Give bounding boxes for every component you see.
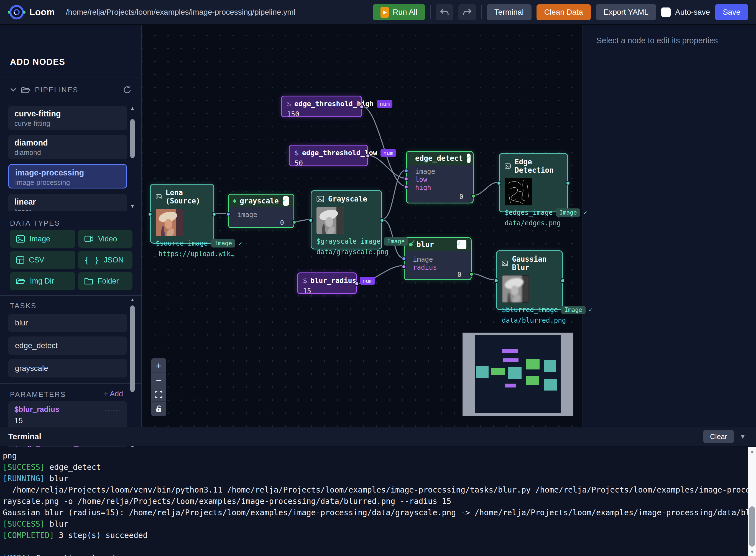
input-port[interactable] bbox=[309, 218, 313, 222]
node-task-grayscale[interactable]: grayscale✓ image 0 bbox=[228, 194, 294, 228]
minimap[interactable] bbox=[463, 333, 573, 416]
input-port-low[interactable] bbox=[404, 177, 408, 181]
terminal-line: Gaussian blur (radius=15): /home/relja/P… bbox=[3, 507, 748, 518]
app-title: Loom bbox=[29, 7, 55, 18]
image-file-path: data/grayscale.png bbox=[317, 248, 389, 256]
data-type-video[interactable]: Video bbox=[78, 230, 133, 248]
minimap-viewport bbox=[475, 335, 561, 413]
data-type-csv[interactable]: CSV bbox=[10, 251, 75, 269]
scroll-down-arrow[interactable]: ▼ bbox=[748, 549, 756, 555]
input-label-image: image bbox=[415, 168, 435, 175]
zoom-in-button[interactable]: + bbox=[151, 358, 166, 373]
output-port[interactable] bbox=[212, 212, 216, 216]
pipeline-item-curve-fitting[interactable]: curve-fitting curve-fitting bbox=[8, 106, 127, 130]
output-port[interactable] bbox=[471, 194, 476, 199]
output-port[interactable] bbox=[365, 153, 370, 158]
terminal-clear-button[interactable]: Clear bbox=[704, 430, 734, 443]
node-image-gaussian-blur[interactable]: Gaussian Blur $blurred_imageImage✓ data/… bbox=[496, 250, 563, 310]
output-port[interactable] bbox=[469, 272, 474, 277]
terminal-output[interactable]: png[SUCCESS] edge_detect[RUNNING] blur /… bbox=[0, 447, 748, 556]
pipeline-item-linear[interactable]: linear linear bbox=[8, 194, 127, 211]
data-type-img-dir[interactable]: Img Dir bbox=[10, 272, 75, 290]
pipeline-item-image-processing[interactable]: image-processing image-processing bbox=[8, 164, 127, 188]
fit-view-button[interactable] bbox=[151, 387, 166, 402]
image-node-title: Lena (Source) bbox=[166, 188, 208, 205]
input-port[interactable] bbox=[497, 181, 501, 185]
lock-button[interactable] bbox=[151, 402, 166, 416]
undo-button[interactable] bbox=[436, 4, 454, 20]
node-image-grayscale[interactable]: Grayscale $grayscale_imageImage✓ data/gr… bbox=[311, 190, 382, 249]
add-parameter-button[interactable]: + Add bbox=[104, 390, 123, 398]
node-image-lena-source[interactable]: Lena (Source) $source_imageImage✓ https:… bbox=[150, 184, 214, 244]
scrollbar-thumb[interactable] bbox=[749, 507, 755, 547]
node-param-edge-threshold-high[interactable]: $edge_threshold_highnum 150 bbox=[281, 96, 362, 117]
node-param-blur-radius[interactable]: $blur_radiusnum 15 bbox=[297, 273, 357, 294]
image-icon bbox=[156, 193, 161, 200]
minimap-node bbox=[544, 360, 556, 372]
scroll-down-arrow[interactable]: ▼ bbox=[130, 205, 135, 208]
image-source-url[interactable]: https://upload.wik… bbox=[158, 250, 235, 258]
data-type-folder[interactable]: Folder bbox=[78, 272, 133, 290]
terminal-line: rayscale.png -o /home/relja/Projects/loo… bbox=[3, 495, 748, 507]
num-type-badge: num bbox=[381, 149, 396, 157]
status-dot bbox=[233, 199, 236, 203]
input-port-image[interactable] bbox=[404, 169, 408, 173]
task-item-blur[interactable]: blur bbox=[8, 314, 127, 332]
task-item-grayscale[interactable]: grayscale bbox=[8, 359, 127, 378]
pipeline-canvas[interactable]: $edge_threshold_highnum 150 $edge_thresh… bbox=[142, 25, 582, 427]
input-port[interactable] bbox=[494, 278, 499, 283]
terminal-scrollbar[interactable]: ▲ ▼ bbox=[748, 447, 756, 556]
node-param-edge-threshold-low[interactable]: $edge_threshold_lownum 50 bbox=[289, 145, 368, 166]
check-icon: ✓ bbox=[584, 209, 587, 216]
zoom-out-button[interactable]: − bbox=[151, 373, 166, 387]
tasks-scrollbar[interactable] bbox=[130, 306, 135, 392]
output-port[interactable] bbox=[380, 218, 384, 222]
clean-data-button[interactable]: Clean Data bbox=[537, 4, 591, 20]
input-port-high[interactable] bbox=[404, 184, 408, 189]
terminal-button[interactable]: Terminal bbox=[487, 4, 532, 20]
scroll-up-arrow[interactable]: ▲ bbox=[130, 106, 135, 110]
node-task-edge-detect[interactable]: edge_detect✓ image low high 0 bbox=[406, 151, 474, 203]
task-item-edge-detect[interactable]: edge_detect bbox=[8, 337, 127, 355]
save-button[interactable]: Save bbox=[715, 4, 748, 20]
image-file-path: data/edges.png bbox=[505, 219, 561, 227]
input-port-image[interactable] bbox=[226, 212, 230, 216]
param-node-name: blur_radius bbox=[311, 277, 356, 285]
fit-view-icon bbox=[155, 391, 163, 398]
data-type-image[interactable]: Image bbox=[10, 230, 75, 248]
scroll-up-arrow[interactable]: ▲ bbox=[748, 448, 756, 454]
input-port-radius[interactable] bbox=[402, 265, 406, 269]
chevron-down-icon[interactable] bbox=[10, 88, 16, 92]
parameter-item-blur-radius[interactable]: $blur_radius 15 ...... bbox=[8, 401, 127, 429]
autosave-checkbox[interactable] bbox=[661, 7, 671, 17]
scroll-up-arrow[interactable]: ▲ bbox=[130, 298, 135, 302]
parameters-title: PARAMETERS bbox=[10, 390, 66, 399]
pipeline-item-diamond[interactable]: diamond diamond bbox=[8, 135, 127, 160]
check-icon: ✓ bbox=[283, 196, 289, 206]
input-port-image[interactable] bbox=[402, 256, 406, 261]
input-port[interactable] bbox=[148, 212, 152, 216]
data-types-title: DATA TYPES bbox=[10, 219, 60, 228]
output-port[interactable] bbox=[560, 278, 565, 283]
output-label: 0 bbox=[458, 271, 461, 279]
data-type-json[interactable]: { } JSON bbox=[78, 251, 133, 269]
drag-handle-dots[interactable]: ...... bbox=[105, 405, 121, 413]
redo-button[interactable] bbox=[458, 4, 476, 20]
image-node-title: Edge Detection bbox=[515, 158, 562, 174]
minimap-node bbox=[503, 358, 518, 362]
export-yaml-button[interactable]: Export YAML bbox=[596, 4, 656, 20]
run-all-button[interactable]: ▶ Run All bbox=[373, 4, 425, 20]
minimap-node bbox=[526, 376, 539, 385]
param-node-value: 150 bbox=[287, 110, 356, 118]
output-port[interactable] bbox=[292, 220, 296, 224]
tasks-title: TASKS bbox=[10, 302, 37, 310]
output-port[interactable] bbox=[354, 281, 359, 286]
output-port[interactable] bbox=[566, 181, 570, 185]
collapse-terminal-icon[interactable]: ▼ bbox=[740, 433, 746, 441]
image-var-name: $source_image bbox=[156, 240, 208, 247]
undo-icon bbox=[440, 8, 449, 16]
node-image-edge-detection[interactable]: Edge Detection $edges_imageImage✓ data/e… bbox=[499, 153, 568, 212]
pipelines-scrollbar[interactable] bbox=[130, 119, 135, 158]
refresh-icon[interactable] bbox=[122, 85, 132, 94]
output-port[interactable] bbox=[359, 104, 364, 109]
